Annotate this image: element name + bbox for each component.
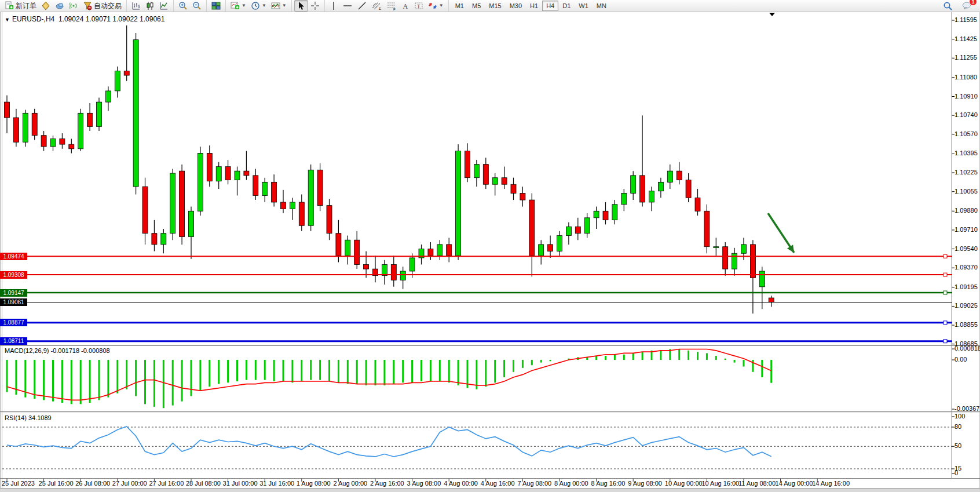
candle-body: [41, 136, 46, 147]
line-handle[interactable]: [944, 254, 947, 258]
candle-body: [216, 166, 221, 181]
price-axis-tick-label: 1.10055: [955, 188, 978, 195]
time-axis-label: 10 Aug 00:00: [665, 480, 703, 487]
arrows-button[interactable]: ▼: [426, 0, 446, 12]
cursor-button[interactable]: [294, 0, 308, 12]
time-axis-label: 27 Jul 00:00: [112, 480, 147, 487]
time-axis-label: 4 Aug 00:00: [444, 480, 478, 487]
candle-body: [69, 144, 74, 149]
horizontal-line-button[interactable]: [340, 0, 355, 12]
rsi-scale-label: 100: [955, 413, 965, 420]
candle-body: [391, 264, 396, 280]
candle-body: [640, 176, 645, 202]
templates-button[interactable]: ▼: [269, 0, 289, 12]
time-axis-label: 26 Jul 08:00: [75, 480, 110, 487]
candle-body: [50, 139, 56, 146]
collapse-icon[interactable]: ▼: [5, 17, 10, 23]
line-handle[interactable]: [944, 291, 947, 294]
macd-scale-label: 0.000818: [955, 345, 980, 352]
search-button[interactable]: [941, 0, 955, 12]
timeframe-M15[interactable]: M15: [485, 1, 505, 11]
bar-chart-button[interactable]: [129, 0, 143, 12]
price-axis-tick-label: 1.11255: [955, 54, 977, 61]
candle-body: [539, 245, 544, 256]
new-chart-button[interactable]: ▼: [228, 0, 248, 12]
timeframe-M5[interactable]: M5: [468, 1, 485, 11]
autotrading-icon: [83, 1, 92, 10]
text-label-button[interactable]: T: [412, 0, 426, 12]
time-axis-label: 11 Aug 08:00: [738, 480, 776, 487]
toolbar-group-zoom: [173, 0, 206, 12]
candle-body: [290, 202, 295, 209]
timeframe-MN[interactable]: MN: [593, 1, 610, 11]
zoom-in-icon: [178, 1, 188, 10]
signal-icon: [69, 1, 78, 10]
candle-body: [557, 236, 562, 252]
line-handle[interactable]: [944, 321, 947, 325]
hline-price-label: 1.08877: [0, 319, 27, 326]
timeframe-W1[interactable]: W1: [575, 1, 593, 11]
fibonacci-button[interactable]: F: [384, 0, 399, 12]
candle-body: [207, 153, 212, 181]
candle-body: [695, 198, 700, 211]
crosshair-button[interactable]: [308, 0, 322, 12]
autotrading-button[interactable]: 自动交易: [81, 0, 124, 12]
candle-body: [612, 205, 617, 220]
candle-body: [447, 245, 452, 256]
trendline-button[interactable]: [355, 0, 369, 12]
candle-body: [437, 245, 443, 256]
candle-body: [262, 182, 268, 195]
candle-body: [548, 245, 553, 252]
notifications-button[interactable]: 1: [960, 0, 974, 12]
time-axis-label: 4 Aug 16:00: [481, 480, 515, 487]
toolbar-group-objects: E F A T ▼: [324, 0, 448, 12]
candle-body: [152, 234, 157, 245]
candle-body: [382, 264, 387, 275]
template-icon: [271, 1, 280, 10]
timeframe-M30[interactable]: M30: [506, 1, 526, 11]
timeframe-H4[interactable]: H4: [542, 1, 558, 11]
equidistant-channel-button[interactable]: E: [369, 0, 384, 12]
text-button[interactable]: A: [399, 0, 412, 12]
candle-body: [520, 194, 525, 201]
zoom-in-button[interactable]: [176, 0, 190, 12]
symbol-period-label: EURUSD-,H4: [12, 15, 54, 23]
candle-body: [594, 211, 599, 218]
mql5-community-button[interactable]: [53, 0, 67, 12]
hline-price-label: 1.09474: [0, 253, 27, 260]
candle-body: [5, 102, 10, 118]
candle-body: [180, 171, 185, 236]
new-order-button[interactable]: 新订单: [2, 0, 39, 12]
metaeditor-button[interactable]: [39, 0, 53, 12]
candle-body: [198, 153, 203, 211]
candlestick-chart-button[interactable]: [143, 0, 157, 12]
timeframe-H1[interactable]: H1: [526, 1, 542, 11]
candle-body: [105, 91, 111, 102]
timeframe-M1[interactable]: M1: [451, 1, 468, 11]
channel-icon: E: [371, 1, 382, 10]
autotrading-label: 自动交易: [94, 1, 122, 11]
price-chart-canvas[interactable]: [0, 0, 980, 492]
price-axis-tick-label: 1.11080: [955, 74, 977, 81]
price-axis-tick-label: 1.09025: [955, 302, 978, 309]
candle-body: [336, 234, 341, 256]
cloud-icon: [55, 1, 64, 10]
time-axis-label: 1 Aug 08:00: [297, 480, 331, 487]
line-chart-button[interactable]: [157, 0, 171, 12]
new-chart-icon: [231, 1, 240, 10]
price-axis-tick-label: 1.11595: [955, 16, 977, 23]
tile-windows-button[interactable]: [209, 0, 223, 12]
current-price-label: 1.09061: [0, 298, 27, 306]
period-button[interactable]: ▼: [248, 0, 269, 12]
candle-body: [511, 184, 516, 193]
vertical-line-button[interactable]: [327, 0, 340, 12]
timeframe-D1[interactable]: D1: [558, 1, 575, 11]
signals-button[interactable]: [67, 0, 81, 12]
toolbar-right: 1: [941, 0, 980, 12]
arrows-icon: [428, 1, 437, 10]
line-handle[interactable]: [944, 340, 947, 343]
candle-body: [667, 171, 672, 182]
candle-body: [345, 240, 350, 256]
zoom-out-button[interactable]: [190, 0, 204, 12]
line-handle[interactable]: [944, 273, 947, 276]
